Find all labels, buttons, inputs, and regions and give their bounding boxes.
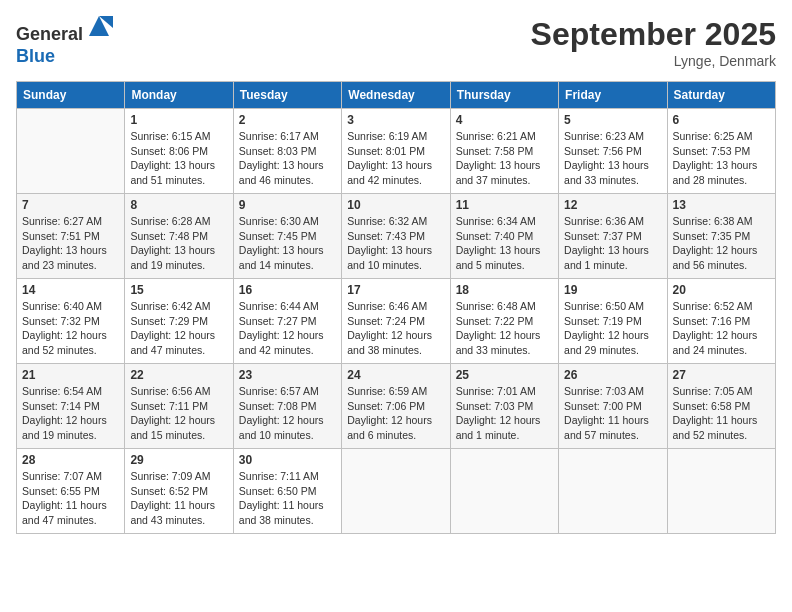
day-number: 5: [564, 113, 661, 127]
day-number: 7: [22, 198, 119, 212]
calendar-day-cell: 12Sunrise: 6:36 AM Sunset: 7:37 PM Dayli…: [559, 194, 667, 279]
day-number: 20: [673, 283, 770, 297]
day-info: Sunrise: 6:25 AM Sunset: 7:53 PM Dayligh…: [673, 129, 770, 188]
weekday-header-cell: Monday: [125, 82, 233, 109]
weekday-header-cell: Sunday: [17, 82, 125, 109]
calendar-day-cell: 5Sunrise: 6:23 AM Sunset: 7:56 PM Daylig…: [559, 109, 667, 194]
day-info: Sunrise: 6:19 AM Sunset: 8:01 PM Dayligh…: [347, 129, 444, 188]
calendar-day-cell: 29Sunrise: 7:09 AM Sunset: 6:52 PM Dayli…: [125, 449, 233, 534]
day-info: Sunrise: 6:59 AM Sunset: 7:06 PM Dayligh…: [347, 384, 444, 443]
day-info: Sunrise: 6:21 AM Sunset: 7:58 PM Dayligh…: [456, 129, 553, 188]
day-info: Sunrise: 7:07 AM Sunset: 6:55 PM Dayligh…: [22, 469, 119, 528]
calendar-body: 1Sunrise: 6:15 AM Sunset: 8:06 PM Daylig…: [17, 109, 776, 534]
day-info: Sunrise: 6:15 AM Sunset: 8:06 PM Dayligh…: [130, 129, 227, 188]
weekday-header-cell: Thursday: [450, 82, 558, 109]
day-number: 21: [22, 368, 119, 382]
day-number: 1: [130, 113, 227, 127]
calendar-day-cell: [450, 449, 558, 534]
day-number: 4: [456, 113, 553, 127]
calendar-day-cell: 8Sunrise: 6:28 AM Sunset: 7:48 PM Daylig…: [125, 194, 233, 279]
day-info: Sunrise: 7:11 AM Sunset: 6:50 PM Dayligh…: [239, 469, 336, 528]
day-info: Sunrise: 6:28 AM Sunset: 7:48 PM Dayligh…: [130, 214, 227, 273]
day-info: Sunrise: 6:34 AM Sunset: 7:40 PM Dayligh…: [456, 214, 553, 273]
day-info: Sunrise: 6:27 AM Sunset: 7:51 PM Dayligh…: [22, 214, 119, 273]
day-info: Sunrise: 6:32 AM Sunset: 7:43 PM Dayligh…: [347, 214, 444, 273]
day-number: 6: [673, 113, 770, 127]
calendar-day-cell: 28Sunrise: 7:07 AM Sunset: 6:55 PM Dayli…: [17, 449, 125, 534]
calendar-week-row: 28Sunrise: 7:07 AM Sunset: 6:55 PM Dayli…: [17, 449, 776, 534]
calendar-day-cell: 13Sunrise: 6:38 AM Sunset: 7:35 PM Dayli…: [667, 194, 775, 279]
calendar-day-cell: 6Sunrise: 6:25 AM Sunset: 7:53 PM Daylig…: [667, 109, 775, 194]
calendar-day-cell: 27Sunrise: 7:05 AM Sunset: 6:58 PM Dayli…: [667, 364, 775, 449]
day-number: 24: [347, 368, 444, 382]
calendar-day-cell: 26Sunrise: 7:03 AM Sunset: 7:00 PM Dayli…: [559, 364, 667, 449]
calendar-day-cell: 23Sunrise: 6:57 AM Sunset: 7:08 PM Dayli…: [233, 364, 341, 449]
day-number: 14: [22, 283, 119, 297]
logo-blue: Blue: [16, 46, 55, 66]
weekday-header-cell: Wednesday: [342, 82, 450, 109]
day-number: 17: [347, 283, 444, 297]
month-title: September 2025: [531, 16, 776, 53]
day-number: 10: [347, 198, 444, 212]
day-info: Sunrise: 6:46 AM Sunset: 7:24 PM Dayligh…: [347, 299, 444, 358]
day-info: Sunrise: 6:40 AM Sunset: 7:32 PM Dayligh…: [22, 299, 119, 358]
calendar-day-cell: 4Sunrise: 6:21 AM Sunset: 7:58 PM Daylig…: [450, 109, 558, 194]
day-number: 3: [347, 113, 444, 127]
day-info: Sunrise: 6:36 AM Sunset: 7:37 PM Dayligh…: [564, 214, 661, 273]
calendar-day-cell: 21Sunrise: 6:54 AM Sunset: 7:14 PM Dayli…: [17, 364, 125, 449]
day-number: 12: [564, 198, 661, 212]
day-number: 16: [239, 283, 336, 297]
day-number: 28: [22, 453, 119, 467]
calendar-day-cell: 11Sunrise: 6:34 AM Sunset: 7:40 PM Dayli…: [450, 194, 558, 279]
calendar-day-cell: 2Sunrise: 6:17 AM Sunset: 8:03 PM Daylig…: [233, 109, 341, 194]
calendar-day-cell: 9Sunrise: 6:30 AM Sunset: 7:45 PM Daylig…: [233, 194, 341, 279]
day-number: 18: [456, 283, 553, 297]
day-info: Sunrise: 7:03 AM Sunset: 7:00 PM Dayligh…: [564, 384, 661, 443]
calendar-day-cell: 15Sunrise: 6:42 AM Sunset: 7:29 PM Dayli…: [125, 279, 233, 364]
day-info: Sunrise: 7:01 AM Sunset: 7:03 PM Dayligh…: [456, 384, 553, 443]
day-number: 23: [239, 368, 336, 382]
page-header: General Blue September 2025 Lynge, Denma…: [16, 16, 776, 69]
calendar-day-cell: 3Sunrise: 6:19 AM Sunset: 8:01 PM Daylig…: [342, 109, 450, 194]
day-info: Sunrise: 6:17 AM Sunset: 8:03 PM Dayligh…: [239, 129, 336, 188]
logo-general: General: [16, 24, 83, 44]
location: Lynge, Denmark: [531, 53, 776, 69]
day-number: 11: [456, 198, 553, 212]
calendar-day-cell: 1Sunrise: 6:15 AM Sunset: 8:06 PM Daylig…: [125, 109, 233, 194]
calendar-day-cell: [667, 449, 775, 534]
day-info: Sunrise: 6:57 AM Sunset: 7:08 PM Dayligh…: [239, 384, 336, 443]
day-number: 2: [239, 113, 336, 127]
calendar-day-cell: [559, 449, 667, 534]
calendar-day-cell: [342, 449, 450, 534]
day-number: 27: [673, 368, 770, 382]
day-info: Sunrise: 6:56 AM Sunset: 7:11 PM Dayligh…: [130, 384, 227, 443]
day-number: 9: [239, 198, 336, 212]
weekday-header-cell: Friday: [559, 82, 667, 109]
calendar-day-cell: 22Sunrise: 6:56 AM Sunset: 7:11 PM Dayli…: [125, 364, 233, 449]
calendar-table: SundayMondayTuesdayWednesdayThursdayFrid…: [16, 81, 776, 534]
day-number: 25: [456, 368, 553, 382]
day-number: 13: [673, 198, 770, 212]
calendar-day-cell: 18Sunrise: 6:48 AM Sunset: 7:22 PM Dayli…: [450, 279, 558, 364]
calendar-week-row: 7Sunrise: 6:27 AM Sunset: 7:51 PM Daylig…: [17, 194, 776, 279]
day-info: Sunrise: 6:50 AM Sunset: 7:19 PM Dayligh…: [564, 299, 661, 358]
weekday-header-cell: Tuesday: [233, 82, 341, 109]
calendar-day-cell: 19Sunrise: 6:50 AM Sunset: 7:19 PM Dayli…: [559, 279, 667, 364]
day-number: 22: [130, 368, 227, 382]
title-block: September 2025 Lynge, Denmark: [531, 16, 776, 69]
day-number: 15: [130, 283, 227, 297]
calendar-day-cell: 24Sunrise: 6:59 AM Sunset: 7:06 PM Dayli…: [342, 364, 450, 449]
calendar-day-cell: 14Sunrise: 6:40 AM Sunset: 7:32 PM Dayli…: [17, 279, 125, 364]
calendar-day-cell: 10Sunrise: 6:32 AM Sunset: 7:43 PM Dayli…: [342, 194, 450, 279]
logo: General Blue: [16, 16, 113, 67]
calendar-day-cell: 7Sunrise: 6:27 AM Sunset: 7:51 PM Daylig…: [17, 194, 125, 279]
day-number: 8: [130, 198, 227, 212]
logo-text: General Blue: [16, 16, 113, 67]
logo-icon: [85, 12, 113, 40]
day-info: Sunrise: 6:52 AM Sunset: 7:16 PM Dayligh…: [673, 299, 770, 358]
calendar-day-cell: 30Sunrise: 7:11 AM Sunset: 6:50 PM Dayli…: [233, 449, 341, 534]
day-info: Sunrise: 6:42 AM Sunset: 7:29 PM Dayligh…: [130, 299, 227, 358]
day-info: Sunrise: 6:38 AM Sunset: 7:35 PM Dayligh…: [673, 214, 770, 273]
day-number: 29: [130, 453, 227, 467]
calendar-day-cell: [17, 109, 125, 194]
